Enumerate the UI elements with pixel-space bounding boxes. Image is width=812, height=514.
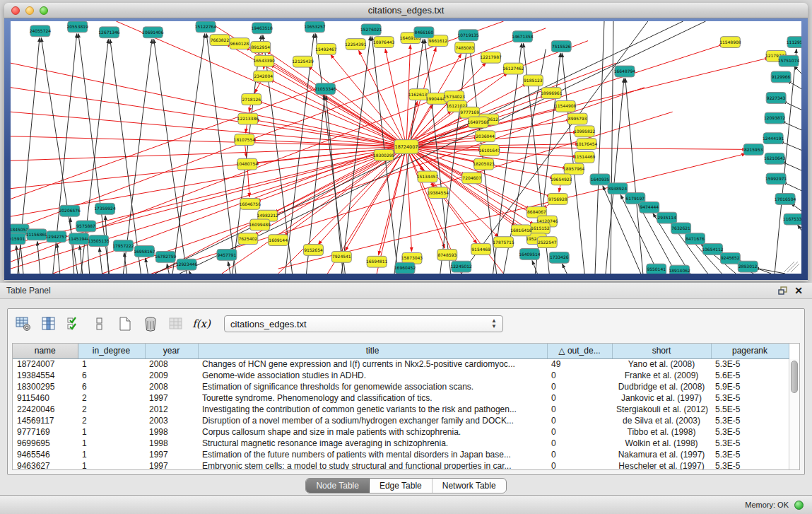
- graph-node[interactable]: 9185123: [523, 75, 543, 86]
- graph-node[interactable]: 16127462: [502, 63, 524, 74]
- table-cell[interactable]: 2: [78, 404, 145, 415]
- table-cell[interactable]: Disruption of a novel member of a sodium…: [198, 415, 547, 426]
- table-cell[interactable]: Embryonic stem cells: a model to study s…: [198, 460, 547, 470]
- table-cell[interactable]: 5.3E-5: [711, 426, 789, 438]
- scrollbar-thumb[interactable]: [791, 361, 798, 393]
- table-cell[interactable]: 0: [547, 381, 612, 392]
- graph-node[interactable]: 2522547: [537, 237, 557, 248]
- table-cell[interactable]: 5.3E-5: [711, 460, 789, 470]
- select-columns-checks-icon[interactable]: [66, 315, 83, 332]
- graph-node[interactable]: 16782759: [155, 251, 177, 262]
- graph-node[interactable]: 7663822: [210, 35, 230, 46]
- table-cell[interactable]: 0: [547, 460, 612, 470]
- graph-node[interactable]: 17957222: [112, 240, 134, 252]
- table-cell[interactable]: 5.3E-5: [711, 449, 789, 460]
- table-row[interactable]: 1456911722003Disruption of a novel membe…: [13, 415, 789, 426]
- graph-node[interactable]: 2036044: [476, 131, 495, 142]
- float-panel-icon[interactable]: [775, 284, 791, 297]
- table-cell[interactable]: 5.9E-5: [711, 381, 789, 392]
- graph-node[interactable]: 18957964: [563, 163, 585, 175]
- graph-node[interactable]: 10654112: [702, 244, 724, 255]
- graph-node[interactable]: 11548908: [719, 37, 741, 48]
- graph-node[interactable]: 9227343: [766, 93, 786, 104]
- graph-node[interactable]: 9575887: [76, 221, 96, 232]
- table-cell[interactable]: Structural magnetic resonance image aver…: [198, 438, 547, 449]
- graph-node[interactable]: 16960452: [394, 262, 416, 274]
- table-cell[interactable]: Changes of HCN gene expression and I(f) …: [198, 358, 547, 370]
- table-cell[interactable]: 9777169: [13, 426, 78, 438]
- create-table-icon[interactable]: [15, 315, 32, 332]
- table-cell[interactable]: Franke et al. (2009): [612, 370, 711, 381]
- graph-node[interactable]: 16648794: [614, 66, 636, 77]
- graph-node[interactable]: 17016504: [775, 194, 796, 205]
- table-cell[interactable]: 5.6E-5: [711, 370, 789, 381]
- table-cell[interactable]: 0: [547, 426, 612, 438]
- graph-node[interactable]: 19384554: [428, 187, 449, 199]
- table-cell[interactable]: Estimation of significance thresholds fo…: [198, 381, 547, 392]
- graph-node[interactable]: 12217987: [480, 52, 502, 63]
- graph-node[interactable]: 11675333: [783, 214, 801, 225]
- table-cell[interactable]: 1997: [145, 392, 198, 404]
- table-cell[interactable]: 2: [78, 415, 145, 426]
- tab-edge-table[interactable]: Edge Table: [370, 479, 433, 493]
- table-cell[interactable]: 0: [547, 404, 612, 415]
- table-row[interactable]: 1830029562008Estimation of significance …: [13, 381, 789, 392]
- graph-node[interactable]: 9660128: [230, 38, 249, 49]
- table-cell[interactable]: 19384554: [13, 370, 78, 381]
- table-row[interactable]: 2242004622012Investigating the contribut…: [13, 404, 789, 415]
- table-cell[interactable]: 1997: [145, 460, 198, 470]
- close-panel-icon[interactable]: ✕: [791, 284, 806, 297]
- graph-node[interactable]: 16210643: [764, 153, 786, 164]
- table-cell[interactable]: 9699695: [13, 438, 78, 449]
- table-row[interactable]: 911546021997Tourette syndrome. Phenomeno…: [13, 392, 789, 404]
- table-cell[interactable]: 5.3E-5: [711, 415, 789, 426]
- table-cell[interactable]: 0: [547, 438, 612, 449]
- table-cell[interactable]: 6: [78, 381, 145, 392]
- graph-node[interactable]: 18300295: [373, 149, 395, 160]
- graph-node[interactable]: 11156869: [26, 229, 48, 240]
- graph-node[interactable]: 15134457: [417, 171, 439, 182]
- graph-node[interactable]: 12942757: [46, 231, 68, 243]
- table-cell[interactable]: 0: [547, 449, 612, 460]
- table-cell[interactable]: 2008: [145, 358, 198, 370]
- graph-node[interactable]: 12671346: [98, 27, 120, 38]
- table-cell[interactable]: 5.3E-5: [711, 358, 789, 370]
- show-rows-icon[interactable]: [91, 315, 108, 332]
- graph-node[interactable]: 2718126: [242, 94, 261, 105]
- table-cell[interactable]: 9463627: [13, 460, 78, 470]
- graph-node[interactable]: 9152654: [304, 245, 324, 256]
- graph-node[interactable]: 8995793: [567, 113, 587, 124]
- column-header-title[interactable]: title: [198, 344, 547, 358]
- table-cell[interactable]: Corpus callosum shape and size in male p…: [198, 426, 547, 438]
- graph-node[interactable]: 15122764: [195, 21, 217, 33]
- graph-node[interactable]: 15276021: [360, 24, 382, 35]
- graph-node[interactable]: 15992971: [765, 173, 787, 185]
- graph-node[interactable]: 11514469: [574, 151, 596, 163]
- graph-node[interactable]: 3915901: [11, 233, 25, 245]
- column-header-out_de[interactable]: △ out_de...: [547, 344, 612, 358]
- table-cell[interactable]: 2012: [145, 404, 198, 415]
- table-cell[interactable]: Tourette syndrome. Phenomenology and cla…: [198, 392, 547, 404]
- table-cell[interactable]: Genome-wide association studies in ADHD.: [198, 370, 547, 381]
- graph-node[interactable]: 15751074: [778, 55, 800, 66]
- graph-node[interactable]: 2893012: [738, 261, 758, 272]
- tab-network-table[interactable]: Network Table: [433, 479, 506, 493]
- table-row[interactable]: 946362711997Embryonic stem cells: a mode…: [13, 460, 789, 470]
- graph-node[interactable]: 19654923: [551, 174, 572, 185]
- graph-node[interactable]: 17875715: [493, 237, 514, 248]
- column-header-name[interactable]: name: [13, 344, 78, 358]
- table-header-row[interactable]: namein_degreeyeartitle△ out_de...shortpa…: [13, 344, 789, 358]
- table-cell[interactable]: Tibbo et al. (1998): [612, 426, 711, 438]
- table-cell[interactable]: Hescheler et al. (1997): [612, 460, 711, 470]
- column-header-pagerank[interactable]: pagerank: [711, 344, 789, 358]
- graph-node[interactable]: 16046756: [240, 198, 261, 209]
- delete-trash-icon[interactable]: [142, 315, 159, 332]
- graph-node[interactable]: 1733426: [549, 252, 569, 263]
- graph-node[interactable]: 8912954: [251, 42, 271, 53]
- table-cell[interactable]: 18300295: [13, 381, 78, 392]
- graph-node[interactable]: 8215953: [743, 144, 763, 156]
- graph-node[interactable]: 9129966: [771, 71, 791, 83]
- graph-node[interactable]: 14671358: [512, 31, 534, 42]
- graph-node[interactable]: 19463518: [252, 23, 273, 34]
- graph-node[interactable]: 9457791: [217, 249, 237, 260]
